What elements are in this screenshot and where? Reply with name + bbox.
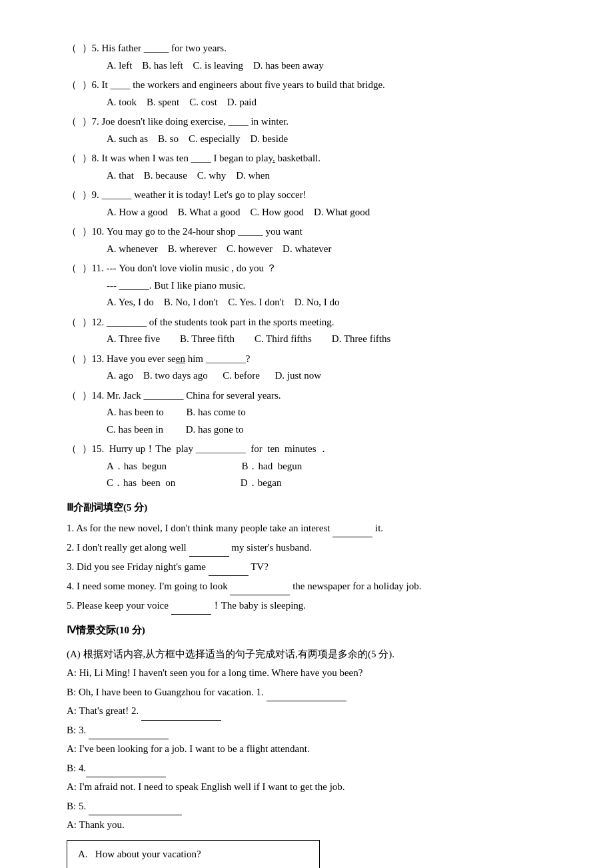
q7-options: A. such as B. so C. especially D. beside [107, 133, 288, 144]
exam-content: （ ）5. His father _____ for two years. A.… [67, 40, 560, 868]
question-12: （ ）12. ________ of the students took par… [67, 314, 560, 348]
section4-header: Ⅳ情景交际(10 分) [67, 621, 560, 639]
q12-text: （ ）12. ________ of the students took par… [67, 314, 334, 331]
fill-blank-1: 1. As for the new novel, I don't think m… [67, 519, 560, 537]
q6-text: （ ）6. It ____ the workers and engineers … [67, 77, 385, 94]
q9-text: （ ）9. ______ weather it is today! Let's … [67, 187, 306, 204]
q12-options: A. Three five B. Three fifth C. Third fi… [107, 333, 390, 344]
fill-blank-2: 2. I don't really get along well my sist… [67, 539, 560, 557]
section3-header: Ⅲ介副词填空(5 分) [67, 499, 560, 517]
q8-text: （ ）8. It was when I was ten ____ I began… [67, 150, 320, 167]
q11-options: A. Yes, I do B. No, I don't C. Yes. I do… [107, 297, 340, 307]
q9-options: A. How a good B. What a good C. How good… [107, 207, 370, 217]
question-13: （ ）13. Have you ever seen him ________? … [67, 351, 560, 385]
q8-options: A. that B. because C. why D. when [107, 170, 270, 181]
fill-blank-4: 4. I need some money. I'm going to look … [67, 577, 560, 595]
question-14: （ ）14. Mr. Jack ________ China for sever… [67, 387, 560, 439]
q15-options-line2: C．has been on D．began [107, 477, 281, 488]
q5-options: A. left B. has left C. is leaving D. has… [107, 60, 324, 71]
answer-choice-box: A. How about your vacation? B. I enjoyed… [67, 840, 320, 869]
q15-options-line1: A．has begun B．had begun [107, 461, 302, 471]
question-10: （ ）10. You may go to the 24-hour shop __… [67, 223, 560, 257]
q10-text: （ ）10. You may go to the 24-hour shop __… [67, 223, 303, 241]
question-8: （ ）8. It was when I was ten ____ I began… [67, 150, 560, 184]
question-6: （ ）6. It ____ the workers and engineers … [67, 77, 560, 111]
q14-options-line1: A. has been to B. has come to [107, 407, 246, 417]
q10-options: A. whenever B. wherever C. however D. wh… [107, 243, 331, 254]
q11-text-line1: （ ）11. --- You don't love violin music ,… [67, 260, 277, 277]
q14-text: （ ）14. Mr. Jack ________ China for sever… [67, 387, 281, 405]
q14-options-line2: C. has been in D. has gone to [107, 424, 243, 435]
q7-text: （ ）7. Joe doesn't like doing exercise, _… [67, 113, 289, 131]
q13-text: （ ）13. Have you ever seen him ________? [67, 351, 250, 368]
fill-blank-5: 5. Please keep your voice ！The baby is s… [67, 597, 560, 615]
question-9: （ ）9. ______ weather it is today! Let's … [67, 187, 560, 221]
q13-options: A. ago B. two days ago C. before D. just… [107, 370, 321, 381]
choice-b: B. I enjoyed myself there. [78, 863, 308, 868]
section4-dialogue: (A) 根据对话内容,从方框中选择适当的句子完成对话,有两项是多余的(5 分).… [67, 645, 560, 869]
q5-text: （ ）5. His father _____ for two years. [67, 40, 227, 57]
question-5: （ ）5. His father _____ for two years. A.… [67, 40, 560, 74]
fill-blank-3: 3. Did you see Friday night's game TV? [67, 558, 560, 576]
question-7: （ ）7. Joe doesn't like doing exercise, _… [67, 113, 560, 147]
choice-a: A. How about your vacation? [78, 845, 308, 864]
question-11: （ ）11. --- You don't love violin music ,… [67, 260, 560, 311]
q11-text-line2: --- ______. But I like piano music. [107, 280, 245, 291]
q15-text: （ ）15. Hurry up！The play __________ for … [67, 441, 328, 458]
q6-options: A. took B. spent C. cost D. paid [107, 97, 257, 107]
question-15: （ ）15. Hurry up！The play __________ for … [67, 441, 560, 492]
